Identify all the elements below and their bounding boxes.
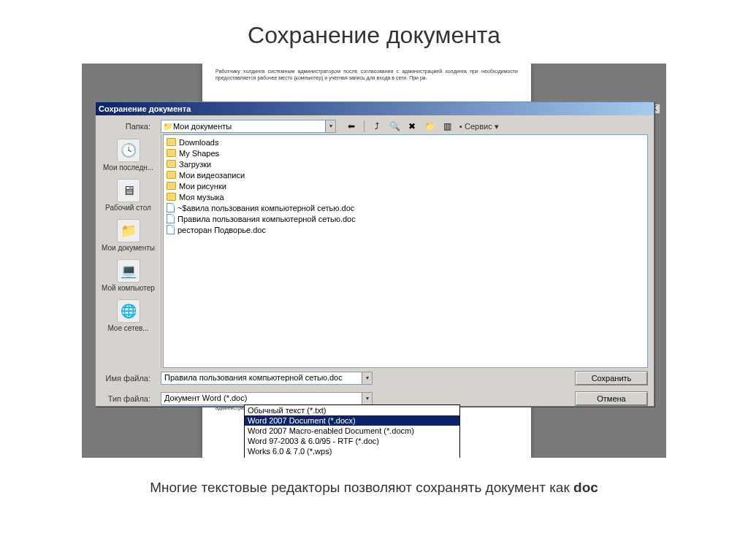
chevron-down-icon[interactable]: ▾ xyxy=(325,120,335,132)
file-item[interactable]: Downloads xyxy=(167,137,644,147)
dropdown-item[interactable]: Works 6.0 & 7.0 (*.wps) xyxy=(245,446,459,456)
file-item[interactable]: Мои рисунки xyxy=(167,180,644,191)
screenshot-area: Работнику холдинга системным администрат… xyxy=(82,64,666,458)
up-button[interactable]: ⤴ xyxy=(370,120,383,133)
folder-combo[interactable]: 📁 Мои документы ▾ xyxy=(161,120,336,133)
file-item[interactable]: My Shapes xyxy=(167,147,644,158)
file-item[interactable]: Загрузки xyxy=(167,158,644,169)
dropdown-item[interactable]: Word 2007 Macro-enabled Document (*.docm… xyxy=(245,426,459,436)
folder-icon xyxy=(167,149,176,157)
file-name: Мои видеозаписи xyxy=(179,171,245,180)
folder-icon xyxy=(167,171,176,179)
place-icon: 🌐 xyxy=(117,299,140,323)
delete-button[interactable]: ✖ xyxy=(405,120,419,133)
place-item[interactable]: 📁Мои документы xyxy=(98,216,159,255)
dialog-title: Сохранение документа xyxy=(99,104,191,113)
cancel-button[interactable]: Отмена xyxy=(575,391,648,406)
file-name: Правила пользования компьютерной сетью.d… xyxy=(178,215,356,223)
toolbar-icons: ⬅ ⤴ 🔍 ✖ 📁 ▥ ▪ Сервис ▾ xyxy=(345,120,499,133)
file-name: Мои рисунки xyxy=(179,182,226,191)
file-item[interactable]: Мои видеозаписи xyxy=(167,169,644,180)
file-list[interactable]: DownloadsMy ShapesЗагрузкиМои видеозапис… xyxy=(163,134,648,368)
file-name: Downloads xyxy=(179,138,218,147)
dropdown-item[interactable]: Works 7.0 (*.wps) xyxy=(245,456,459,458)
document-icon xyxy=(167,225,175,234)
save-dialog: Сохранение документа Папка: 📁 Мои докуме… xyxy=(95,101,654,407)
place-label: Мои последн... xyxy=(99,164,158,172)
place-item[interactable]: 🕓Мои последн... xyxy=(98,136,159,174)
place-icon: 💻 xyxy=(117,259,140,283)
search-button[interactable]: 🔍 xyxy=(388,120,401,133)
place-label: Рабочий стол xyxy=(99,204,158,212)
folder-icon xyxy=(167,193,176,201)
separator xyxy=(364,120,365,132)
filename-input[interactable]: Правила пользования компьютерной сетью.d… xyxy=(161,372,373,385)
folder-label: Папка: xyxy=(102,122,156,131)
place-icon: 🕓 xyxy=(117,139,140,162)
document-icon xyxy=(167,214,175,223)
filename-row: Имя файла: Правила пользования компьютер… xyxy=(96,368,654,388)
place-label: Мои документы xyxy=(99,244,158,252)
dialog-titlebar: Сохранение документа xyxy=(96,102,654,115)
file-name: ~$авила пользования компьютерной сетью.d… xyxy=(178,204,354,212)
filetype-dropdown[interactable]: Обычный текст (*.txt)Word 2007 Document … xyxy=(244,404,460,458)
file-name: Моя музыка xyxy=(179,193,224,202)
filetype-combo[interactable]: Документ Word (*.doc) ▾ xyxy=(161,392,373,405)
dropdown-item[interactable]: Word 97-2003 & 6.0/95 - RTF (*.doc) xyxy=(245,436,459,446)
slide-caption: Многие текстовые редакторы позволяют сох… xyxy=(0,458,748,518)
place-item[interactable]: 💻Мой компьютер xyxy=(98,256,159,295)
new-folder-button[interactable]: 📁 xyxy=(423,120,436,133)
folder-icon xyxy=(167,182,176,190)
place-icon: 🖥 xyxy=(117,179,140,202)
place-icon: 📁 xyxy=(117,219,140,242)
slide-title: Сохранение документа xyxy=(0,0,748,64)
file-item[interactable]: ресторан Подворье.doc xyxy=(167,224,644,235)
views-button[interactable]: ▥ xyxy=(440,120,454,133)
save-button[interactable]: Сохранить xyxy=(575,371,648,386)
doc-top-text: Работнику холдинга системным администрат… xyxy=(202,64,531,85)
chevron-down-icon[interactable]: ▾ xyxy=(362,393,372,404)
place-label: Мое сетев... xyxy=(99,324,158,332)
document-icon xyxy=(167,203,175,212)
place-label: Мой компьютер xyxy=(99,284,158,292)
dropdown-item[interactable]: Word 2007 Document (*.docx) xyxy=(245,415,459,426)
dropdown-item[interactable]: Обычный текст (*.txt) xyxy=(245,405,459,415)
folder-toolbar: Папка: 📁 Мои документы ▾ ⬅ ⤴ 🔍 ✖ 📁 ▥ ▪ С… xyxy=(96,115,654,134)
file-item[interactable]: Моя музыка xyxy=(167,191,644,202)
filetype-label: Тип файла: xyxy=(102,394,156,403)
folder-icon xyxy=(167,138,176,146)
folder-icon: 📁 xyxy=(163,121,173,131)
filename-label: Имя файла: xyxy=(102,374,156,383)
folder-value: Мои документы xyxy=(173,122,232,131)
file-name: Загрузки xyxy=(179,160,211,169)
folder-icon xyxy=(167,160,176,168)
place-item[interactable]: 🖥Рабочий стол xyxy=(98,176,159,215)
places-bar: 🕓Мои последн...🖥Рабочий стол📁Мои докумен… xyxy=(96,134,161,368)
back-button[interactable]: ⬅ xyxy=(345,120,358,133)
file-name: ресторан Подворье.doc xyxy=(178,226,266,234)
file-item[interactable]: Правила пользования компьютерной сетью.d… xyxy=(167,213,644,224)
service-menu[interactable]: ▪ Сервис ▾ xyxy=(459,122,499,131)
chevron-down-icon[interactable]: ▾ xyxy=(362,372,372,384)
dialog-body: 🕓Мои последн...🖥Рабочий стол📁Мои докумен… xyxy=(96,134,654,368)
file-name: My Shapes xyxy=(179,149,219,158)
file-item[interactable]: ~$авила пользования компьютерной сетью.d… xyxy=(167,202,644,213)
place-item[interactable]: 🌐Мое сетев... xyxy=(98,296,159,335)
